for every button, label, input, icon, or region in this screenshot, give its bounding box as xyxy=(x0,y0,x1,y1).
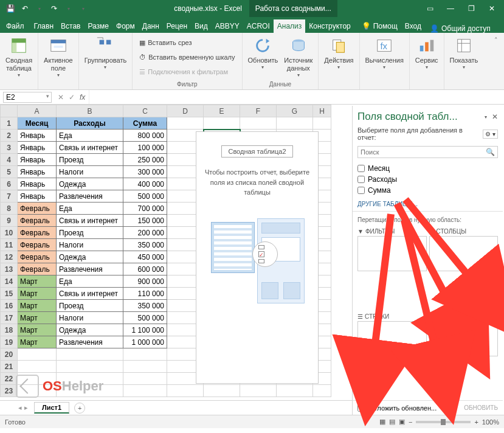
tab-view[interactable]: Вид xyxy=(191,19,212,33)
cell-B16[interactable]: Проезд xyxy=(57,300,123,312)
cell-empty[interactable] xyxy=(123,361,167,373)
minimize-icon[interactable]: — xyxy=(442,4,459,13)
cell-A11[interactable]: Февраль xyxy=(18,239,57,251)
cell-C5[interactable]: 300 000 xyxy=(123,166,167,178)
ribbon-options-icon[interactable]: ▭ xyxy=(421,4,438,13)
cell-C6[interactable]: 400 000 xyxy=(123,178,167,190)
tab-abbyy[interactable]: ABBYY xyxy=(212,19,243,33)
cell-C9[interactable]: 150 000 xyxy=(123,215,167,227)
field-sum[interactable]: Сумма xyxy=(357,185,498,196)
cell-B18[interactable]: Одежда xyxy=(57,324,123,336)
row-header-12[interactable]: 12 xyxy=(1,251,18,263)
row-header-5[interactable]: 5 xyxy=(1,166,18,178)
cell-C12[interactable]: 450 000 xyxy=(123,251,167,263)
cell-B17[interactable]: Налоги xyxy=(57,312,123,324)
sheet-tab-list1[interactable]: Лист1 xyxy=(34,402,69,414)
insert-slicer-button[interactable]: ▦Вставить срез xyxy=(137,36,236,49)
undo-icon[interactable]: ↶ xyxy=(18,2,32,15)
cell-B8[interactable]: Еда xyxy=(57,203,123,215)
zoom-level[interactable]: 100% xyxy=(482,418,499,426)
row-header-10[interactable]: 10 xyxy=(1,227,18,239)
cell-C2[interactable]: 800 000 xyxy=(123,130,167,142)
name-box[interactable]: E2 xyxy=(3,92,52,103)
cell-C7[interactable]: 500 000 xyxy=(123,190,167,203)
cell-A10[interactable]: Февраль xyxy=(18,227,57,239)
cell-empty[interactable] xyxy=(123,373,167,385)
header-expenses[interactable]: Расходы xyxy=(57,117,123,130)
select-all-cell[interactable] xyxy=(1,105,18,117)
cell-empty[interactable] xyxy=(204,385,240,397)
field-expenses-checkbox[interactable] xyxy=(357,176,365,183)
redo-dropdown-icon[interactable]: ▾ xyxy=(62,2,75,15)
field-search-input[interactable] xyxy=(361,148,486,156)
cell-C18[interactable]: 1 100 000 xyxy=(123,324,167,336)
row-header-11[interactable]: 11 xyxy=(1,239,18,251)
header-sum[interactable]: Сумма xyxy=(123,117,167,130)
active-field-button[interactable]: Активное поле ▾ xyxy=(41,35,76,80)
cell-A9[interactable]: Февраль xyxy=(18,215,57,227)
page-break-view-icon[interactable]: ▣ xyxy=(399,418,405,426)
cell-B6[interactable]: Одежда xyxy=(57,178,123,190)
tab-home[interactable]: Главн xyxy=(30,19,58,33)
cell-B10[interactable]: Проезд xyxy=(57,227,123,239)
tools-button[interactable]: Сервис ▾ xyxy=(412,35,441,72)
insert-timeline-button[interactable]: ⏱Вставить временную шкалу xyxy=(137,50,236,64)
row-header-13[interactable]: 13 xyxy=(1,263,18,275)
save-icon[interactable]: 💾 xyxy=(4,2,17,15)
cell-B2[interactable]: Еда xyxy=(57,130,123,142)
cell-A6[interactable]: Январь xyxy=(18,178,57,190)
show-button[interactable]: Показать ▾ xyxy=(447,35,482,72)
cancel-icon[interactable]: ✕ xyxy=(58,93,64,102)
col-header-A[interactable]: A xyxy=(18,105,57,117)
collapse-ribbon-icon[interactable]: ˄ xyxy=(488,33,504,89)
restore-icon[interactable]: ❐ xyxy=(463,4,480,13)
cell-B5[interactable]: Налоги xyxy=(57,166,123,178)
cell-empty[interactable] xyxy=(313,385,331,397)
cell-A16[interactable]: Март xyxy=(18,300,57,312)
cell-empty[interactable] xyxy=(57,361,123,373)
field-sum-checkbox[interactable] xyxy=(357,187,365,194)
row-header-15[interactable]: 15 xyxy=(1,288,18,300)
row-header-22[interactable]: 22 xyxy=(1,373,18,385)
field-month[interactable]: Месяц xyxy=(357,163,498,174)
cell-C8[interactable]: 700 000 xyxy=(123,203,167,215)
row-header-18[interactable]: 18 xyxy=(1,324,18,336)
group-button[interactable]: Группировать ▾ xyxy=(81,35,130,72)
tab-help[interactable]: 💡Помощ xyxy=(358,19,401,33)
col-header-D[interactable]: D xyxy=(167,105,204,117)
col-header-F[interactable]: F xyxy=(240,105,277,117)
cell-C17[interactable]: 500 000 xyxy=(123,312,167,324)
zone-columns[interactable] xyxy=(429,236,499,271)
cell-empty[interactable] xyxy=(123,348,167,361)
zone-filters[interactable] xyxy=(357,236,427,271)
tab-data[interactable]: Данн xyxy=(139,19,163,33)
cell-C4[interactable]: 250 000 xyxy=(123,154,167,166)
col-header-G[interactable]: G xyxy=(277,105,313,117)
zone-values[interactable] xyxy=(429,321,499,356)
qat-customize-icon[interactable]: ▾ xyxy=(77,2,90,15)
fx-icon[interactable]: fx xyxy=(80,93,85,102)
actions-button[interactable]: Действия ▾ xyxy=(321,35,356,72)
tab-layout[interactable]: Разме xyxy=(84,19,112,33)
row-header-23[interactable]: 23 xyxy=(1,385,18,397)
cell-B3[interactable]: Связь и интернет xyxy=(57,142,123,154)
cell-A3[interactable]: Январь xyxy=(18,142,57,154)
row-header-21[interactable]: 21 xyxy=(1,361,18,373)
row-header-6[interactable]: 6 xyxy=(1,178,18,190)
field-expenses[interactable]: Расходы xyxy=(357,174,498,185)
cell-A17[interactable]: Март xyxy=(18,312,57,324)
pivot-placeholder[interactable]: Сводная таблица2 Чтобы построить отчет, … xyxy=(196,131,319,384)
field-search[interactable]: 🔍 xyxy=(357,146,498,158)
cell-A4[interactable]: Январь xyxy=(18,154,57,166)
tab-formulas[interactable]: Форм xyxy=(112,19,139,33)
zoom-out-icon[interactable]: − xyxy=(409,418,412,426)
cell-C16[interactable]: 350 000 xyxy=(123,300,167,312)
tab-acrobat[interactable]: ACROI xyxy=(243,19,274,33)
grid[interactable]: ABCDEFGH1МесяцРасходыСумма2ЯнварьЕда800 … xyxy=(0,105,352,400)
cell-A19[interactable]: Март xyxy=(18,336,57,348)
row-header-9[interactable]: 9 xyxy=(1,215,18,227)
cell-A7[interactable]: Январь xyxy=(18,190,57,203)
row-header-1[interactable]: 1 xyxy=(1,117,18,130)
cell-empty[interactable] xyxy=(18,348,57,361)
cell-C10[interactable]: 200 000 xyxy=(123,227,167,239)
